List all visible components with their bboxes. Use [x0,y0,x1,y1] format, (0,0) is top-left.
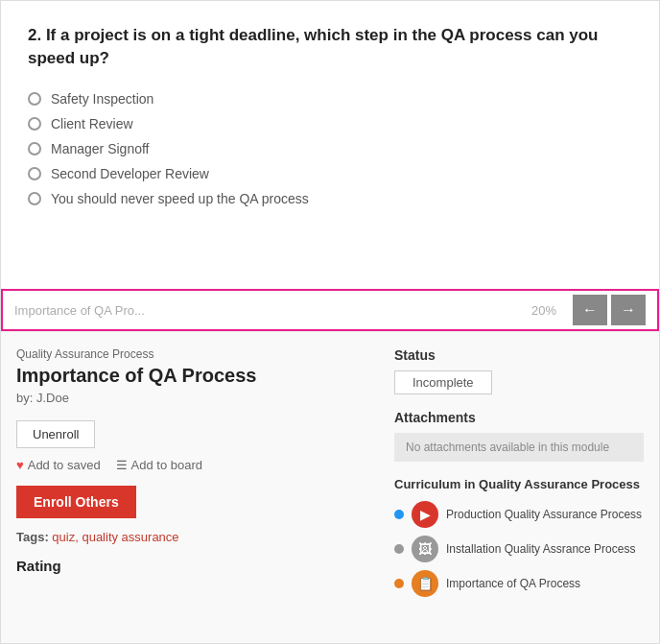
curr-text-3: Importance of QA Process [446,577,580,590]
bottom-area: Quality Assurance Process Importance of … [1,331,659,643]
curr-icon-1: ▶ [412,501,438,528]
option-label-5: You should never speed up the QA process [51,191,309,206]
add-to-board-link[interactable]: ☰ Add to board [116,458,202,472]
curr-text-2: Installation Quality Assrance Process [446,542,635,556]
progress-module-name: Importance of QA Pro... [14,303,515,318]
radio-4[interactable] [28,167,41,180]
curriculum-item-1[interactable]: ▶ Production Quality Assurance Process [394,501,644,528]
left-col: Quality Assurance Process Importance of … [16,347,394,628]
curr-icon-3: 📋 [412,570,438,597]
answer-option-3[interactable]: Manager Signoff [28,141,632,156]
answer-option-4[interactable]: Second Developer Review [28,166,632,181]
nav-buttons: ← → [573,295,646,325]
progress-percent: 20% [525,303,563,318]
quiz-section: 2. If a project is on a tight deadline, … [1,1,659,289]
curr-icon-2: 🖼 [412,536,438,562]
enroll-others-button[interactable]: Enroll Others [16,486,136,518]
attachments-empty: No attachments available in this module [394,433,644,462]
board-icon: ☰ [116,458,128,472]
option-label-2: Client Review [51,116,133,131]
main-container: 2. If a project is on a tight deadline, … [0,0,660,644]
status-title: Status [394,347,644,363]
course-author: by: J.Doe [16,391,375,405]
next-button[interactable]: → [611,295,646,325]
rating-label: Rating [16,558,375,574]
curriculum-title: Curriculum in Quality Assurance Process [394,477,644,491]
curriculum-item-2[interactable]: 🖼 Installation Quality Assrance Process [394,536,644,562]
radio-1[interactable] [28,92,41,106]
course-title: Importance of QA Process [16,365,375,387]
curr-dot-1 [394,510,404,519]
action-links: ♥ Add to saved ☰ Add to board [16,458,375,472]
tags-value[interactable]: quiz, quality assurance [52,530,178,544]
tags-line: Tags: quiz, quality assurance [16,530,375,544]
add-saved-label: Add to saved [28,458,101,472]
option-label-3: Manager Signoff [51,141,149,156]
curr-text-1: Production Quality Assurance Process [446,508,642,521]
attachments-title: Attachments [394,410,644,425]
right-col: Status Incomplete Attachments No attachm… [394,347,644,628]
status-badge: Incomplete [394,370,492,394]
radio-3[interactable] [28,142,41,155]
tags-label: Tags: [16,530,49,544]
answer-options: Safety Inspection Client Review Manager … [28,91,632,206]
prev-button[interactable]: ← [573,295,607,325]
progress-bar-section: Importance of QA Pro... 20% ← → [1,289,659,331]
option-label-4: Second Developer Review [51,166,209,181]
curriculum-item-3[interactable]: 📋 Importance of QA Process [394,570,644,597]
option-label-1: Safety Inspection [51,91,153,107]
heart-icon: ♥ [16,458,24,472]
curr-dot-2 [394,544,404,554]
radio-5[interactable] [28,192,41,205]
question-text: 2. If a project is on a tight deadline, … [28,24,632,70]
course-category: Quality Assurance Process [16,347,375,361]
answer-option-1[interactable]: Safety Inspection [28,91,632,107]
add-board-label: Add to board [131,458,202,472]
curriculum-list: ▶ Production Quality Assurance Process 🖼… [394,501,644,597]
answer-option-5[interactable]: You should never speed up the QA process [28,191,632,206]
curr-dot-3 [394,579,404,588]
radio-2[interactable] [28,117,41,131]
add-to-saved-link[interactable]: ♥ Add to saved [16,458,101,472]
answer-option-2[interactable]: Client Review [28,116,632,131]
unenroll-button[interactable]: Unenroll [16,420,95,448]
